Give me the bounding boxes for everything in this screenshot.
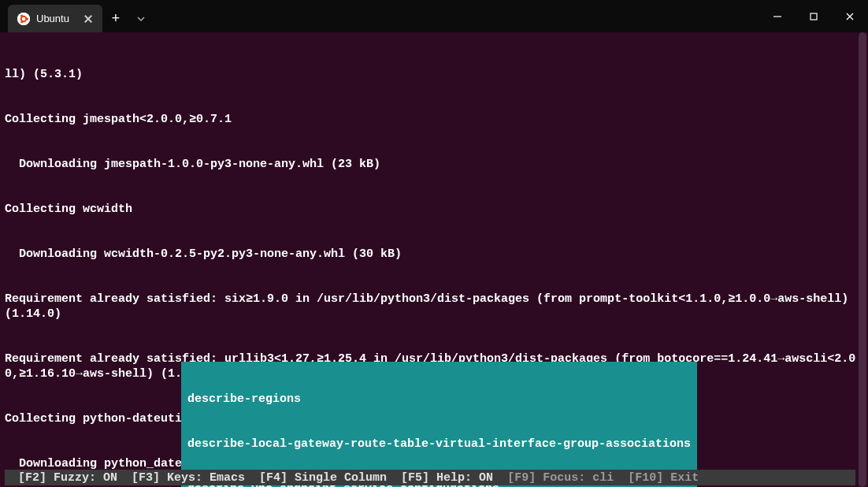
status-f10[interactable]: [F10] Exit [621, 470, 706, 485]
close-button[interactable] [832, 0, 868, 32]
status-f3[interactable]: [F3] Keys: Emacs [124, 470, 252, 485]
svg-point-3 [20, 14, 23, 17]
autocomplete-popup[interactable]: describe-regions describe-local-gateway-… [181, 362, 697, 487]
terminal-viewport[interactable]: ll) (5.3.1) Collecting jmespath<2.0.0,≥0… [0, 32, 868, 487]
status-f5[interactable]: [F5] Help: ON [394, 470, 500, 485]
output-line: ll) (5.3.1) [5, 67, 863, 82]
output-line: Collecting wcwidth [5, 202, 863, 217]
status-bar: [F2] Fuzzy: ON [F3] Keys: Emacs [F4] Sin… [5, 470, 855, 485]
output-line: Requirement already satisfied: six≥1.9.0… [5, 292, 863, 322]
autocomplete-item[interactable]: describe-regions [187, 392, 691, 407]
new-tab-button[interactable]: + [102, 5, 129, 32]
status-f4[interactable]: [F4] Single Column [252, 470, 394, 485]
tab-ubuntu[interactable]: Ubuntu [8, 5, 102, 32]
tab-dropdown-icon[interactable] [129, 5, 153, 32]
svg-rect-6 [811, 13, 817, 20]
scrollbar[interactable] [857, 32, 868, 487]
maximize-button[interactable] [796, 0, 832, 32]
svg-point-2 [26, 17, 28, 20]
status-f2[interactable]: [F2] Fuzzy: ON [11, 470, 124, 485]
titlebar: Ubuntu + [0, 0, 868, 32]
tab-strip: Ubuntu + [0, 0, 153, 32]
output-line: Collecting jmespath<2.0.0,≥0.7.1 [5, 112, 863, 127]
tab-close-icon[interactable] [83, 14, 93, 24]
status-f9[interactable]: [F9] Focus: cli [500, 470, 621, 485]
tab-title: Ubuntu [36, 13, 69, 24]
output-line: Downloading wcwidth-0.2.5-py2.py3-none-a… [5, 247, 863, 262]
autocomplete-item[interactable]: describe-local-gateway-route-table-virtu… [187, 437, 691, 452]
output-line: Downloading jmespath-1.0.0-py3-none-any.… [5, 157, 863, 172]
ubuntu-icon [17, 13, 30, 25]
svg-point-4 [20, 20, 23, 23]
minimize-button[interactable] [759, 0, 796, 32]
scrollbar-thumb[interactable] [859, 32, 866, 487]
window-controls [759, 0, 868, 32]
